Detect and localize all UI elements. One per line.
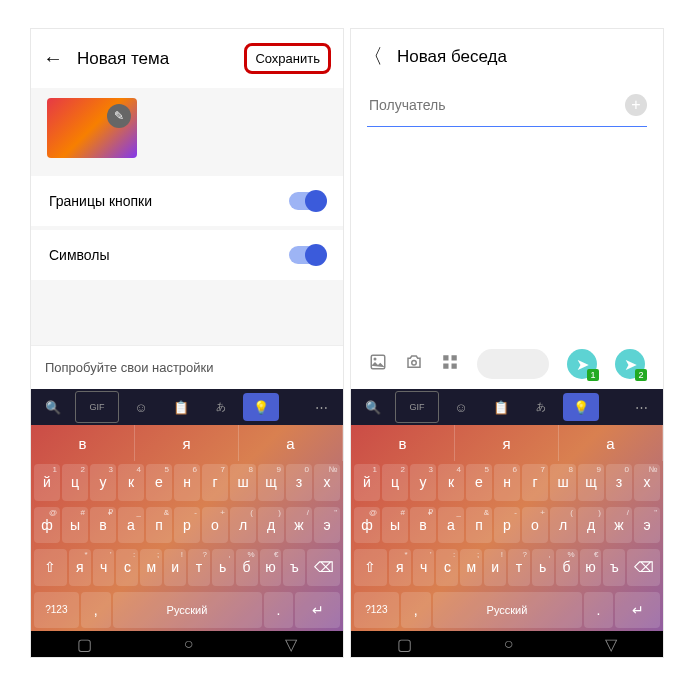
key-comma[interactable]: , xyxy=(401,592,431,629)
key-ы[interactable]: ы# xyxy=(62,507,88,544)
send-button-1[interactable]: ➤1 xyxy=(567,349,597,379)
key-т[interactable]: т? xyxy=(508,549,530,586)
key-п[interactable]: п& xyxy=(466,507,492,544)
key-ъ[interactable]: ъ xyxy=(603,549,625,586)
suggestion[interactable]: в xyxy=(351,425,455,461)
key-е[interactable]: е5 xyxy=(146,464,172,501)
theme-thumbnail[interactable]: ✎ xyxy=(47,98,137,158)
key-е[interactable]: е5 xyxy=(466,464,492,501)
kb-translate-icon[interactable]: あ xyxy=(523,393,559,421)
try-input[interactable]: Попробуйте свои настройки xyxy=(31,345,343,389)
key-ж[interactable]: ж/ xyxy=(606,507,632,544)
key-period[interactable]: . xyxy=(584,592,614,629)
kb-light-icon[interactable]: 💡 xyxy=(563,393,599,421)
key-backspace[interactable]: ⌫ xyxy=(307,549,340,586)
toggle-borders[interactable] xyxy=(289,192,325,210)
key-т[interactable]: т? xyxy=(188,549,210,586)
option-button-borders[interactable]: Границы кнопки xyxy=(31,176,343,226)
kb-sticker-icon[interactable]: ☺ xyxy=(123,393,159,421)
gallery-icon[interactable] xyxy=(369,353,387,375)
key-д[interactable]: д) xyxy=(578,507,604,544)
key-щ[interactable]: щ9 xyxy=(578,464,604,501)
key-с[interactable]: с: xyxy=(116,549,138,586)
key-л[interactable]: л( xyxy=(230,507,256,544)
key-ф[interactable]: ф@ xyxy=(354,507,380,544)
key-у[interactable]: у3 xyxy=(410,464,436,501)
kb-more-icon[interactable]: ⋯ xyxy=(623,393,659,421)
key-numeric[interactable]: ?123 xyxy=(354,592,399,629)
key-б[interactable]: б% xyxy=(556,549,578,586)
kb-translate-icon[interactable]: あ xyxy=(203,393,239,421)
nav-home-icon[interactable]: ○ xyxy=(184,635,194,653)
camera-icon[interactable] xyxy=(405,353,423,375)
key-д[interactable]: д) xyxy=(258,507,284,544)
key-ч[interactable]: ч' xyxy=(93,549,115,586)
add-recipient-icon[interactable]: + xyxy=(625,94,647,116)
key-л[interactable]: л( xyxy=(550,507,576,544)
key-р[interactable]: р- xyxy=(174,507,200,544)
suggestion[interactable]: а xyxy=(559,425,663,461)
back-icon[interactable]: 〈 xyxy=(363,43,383,70)
key-п[interactable]: п& xyxy=(146,507,172,544)
key-period[interactable]: . xyxy=(264,592,294,629)
key-х[interactable]: х№ xyxy=(634,464,660,501)
suggestion[interactable]: я xyxy=(455,425,559,461)
message-input[interactable] xyxy=(477,349,549,379)
kb-sticker-icon[interactable]: ☺ xyxy=(443,393,479,421)
suggestion[interactable]: я xyxy=(135,425,239,461)
key-ь[interactable]: ь, xyxy=(532,549,554,586)
key-я[interactable]: я* xyxy=(69,549,91,586)
kb-gif-icon[interactable]: GIF xyxy=(75,391,119,423)
key-в[interactable]: в₽ xyxy=(410,507,436,544)
key-к[interactable]: к4 xyxy=(438,464,464,501)
key-ю[interactable]: ю€ xyxy=(260,549,282,586)
key-shift[interactable]: ⇧ xyxy=(34,549,67,586)
key-к[interactable]: к4 xyxy=(118,464,144,501)
key-з[interactable]: з0 xyxy=(606,464,632,501)
kb-gif-icon[interactable]: GIF xyxy=(395,391,439,423)
key-ю[interactable]: ю€ xyxy=(580,549,602,586)
key-ш[interactable]: ш8 xyxy=(550,464,576,501)
key-ц[interactable]: ц2 xyxy=(62,464,88,501)
save-button[interactable]: Сохранить xyxy=(244,43,331,74)
key-numeric[interactable]: ?123 xyxy=(34,592,79,629)
key-н[interactable]: н6 xyxy=(494,464,520,501)
suggestion[interactable]: а xyxy=(239,425,343,461)
send-button-2[interactable]: ➤2 xyxy=(615,349,645,379)
key-м[interactable]: м; xyxy=(140,549,162,586)
nav-recent-icon[interactable]: ▢ xyxy=(77,635,92,654)
key-о[interactable]: о+ xyxy=(202,507,228,544)
key-и[interactable]: и! xyxy=(164,549,186,586)
key-ф[interactable]: ф@ xyxy=(34,507,60,544)
key-у[interactable]: у3 xyxy=(90,464,116,501)
suggestion[interactable]: в xyxy=(31,425,135,461)
key-space[interactable]: Русский xyxy=(113,592,262,629)
toggle-symbols[interactable] xyxy=(289,246,325,264)
key-ы[interactable]: ы# xyxy=(382,507,408,544)
key-ч[interactable]: ч' xyxy=(413,549,435,586)
kb-search-icon[interactable]: 🔍 xyxy=(35,393,71,421)
key-ш[interactable]: ш8 xyxy=(230,464,256,501)
recipient-input[interactable] xyxy=(367,96,625,114)
key-щ[interactable]: щ9 xyxy=(258,464,284,501)
key-з[interactable]: з0 xyxy=(286,464,312,501)
kb-clipboard-icon[interactable]: 📋 xyxy=(163,393,199,421)
key-и[interactable]: и! xyxy=(484,549,506,586)
kb-light-icon[interactable]: 💡 xyxy=(243,393,279,421)
key-enter[interactable]: ↵ xyxy=(615,592,660,629)
key-comma[interactable]: , xyxy=(81,592,111,629)
key-ж[interactable]: ж/ xyxy=(286,507,312,544)
nav-recent-icon[interactable]: ▢ xyxy=(397,635,412,654)
key-н[interactable]: н6 xyxy=(174,464,200,501)
apps-icon[interactable] xyxy=(441,353,459,375)
key-в[interactable]: в₽ xyxy=(90,507,116,544)
kb-more-icon[interactable]: ⋯ xyxy=(303,393,339,421)
kb-clipboard-icon[interactable]: 📋 xyxy=(483,393,519,421)
kb-search-icon[interactable]: 🔍 xyxy=(355,393,391,421)
edit-icon[interactable]: ✎ xyxy=(107,104,131,128)
key-backspace[interactable]: ⌫ xyxy=(627,549,660,586)
key-с[interactable]: с: xyxy=(436,549,458,586)
key-й[interactable]: й1 xyxy=(34,464,60,501)
key-р[interactable]: р- xyxy=(494,507,520,544)
nav-back-icon[interactable]: ▽ xyxy=(285,635,297,654)
